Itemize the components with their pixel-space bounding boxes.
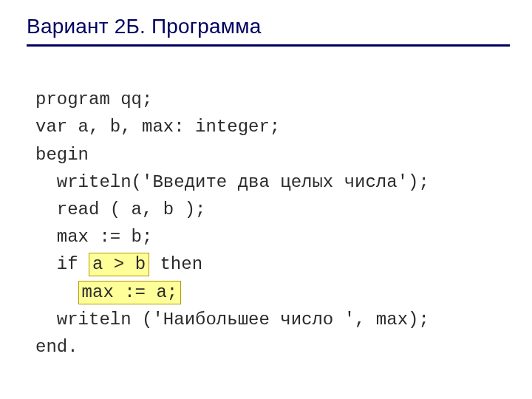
highlight-condition: a > b — [89, 253, 149, 276]
code-line: begin — [35, 145, 89, 165]
code-fragment: if — [57, 254, 89, 274]
code-block: program qq; var a, b, max: integer; begi… — [35, 58, 510, 388]
highlight-assignment: max := a; — [78, 281, 182, 304]
code-line: program qq; — [35, 89, 152, 109]
code-line: var a, b, max: integer; — [35, 117, 280, 137]
code-line: max := b; — [57, 227, 153, 247]
code-line: end. — [35, 337, 78, 357]
code-line: read ( a, b ); — [57, 200, 206, 219]
code-fragment: then — [149, 254, 202, 274]
code-line: writeln ('Наибольшее число ', max); — [57, 310, 429, 330]
slide-title: Вариант 2Б. Программа — [27, 15, 510, 47]
slide: Вариант 2Б. Программа program qq; var a,… — [0, 0, 532, 399]
code-line: writeln('Введите два целых числа'); — [57, 172, 429, 192]
